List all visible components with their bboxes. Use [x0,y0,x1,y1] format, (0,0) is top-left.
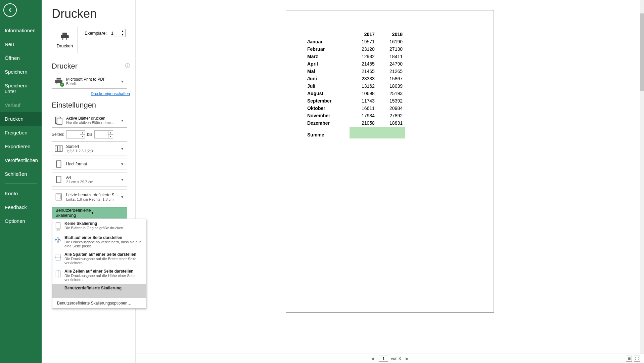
print-what-line1: Aktive Blätter drucken [66,116,120,121]
table-row: Januar1957116190 [305,38,405,45]
table-row: November1793427892 [305,112,405,119]
fit-page-icon [54,235,62,245]
table-row: Oktober1661120984 [305,105,405,112]
scaling-custom-options[interactable]: Benutzerdefinierte Skalierungsoptionen… [52,298,146,308]
back-button[interactable] [3,3,17,17]
spinner-arrows: ▲ ▼ [120,29,125,37]
svg-rect-3 [58,146,60,151]
pages-from-down[interactable]: ▼ [80,135,85,138]
main-pane: Drucken Drucken Exemplare: ▲ ▼ [42,0,644,363]
cell-2018: 15392 [377,97,405,105]
chevron-down-icon: ▼ [120,119,125,122]
show-margins-button[interactable]: ▦ [626,356,632,362]
pages-to-spinner[interactable]: ▲▼ [94,130,113,138]
cell-2018: 20984 [377,105,405,112]
sum-label: Summe [305,127,350,138]
scaling-option-desc: Die Druckausgabe auf die Höhe einer Seit… [64,274,142,282]
pages-from-spinner[interactable]: ▲▼ [66,130,85,138]
sidebar-item-feedback[interactable]: Feedback [0,200,42,214]
sidebar-item-drucken[interactable]: Drucken [0,112,42,126]
fit-height-icon [54,269,62,279]
scaling-option-fit-columns[interactable]: Alle Spalten auf einer Seite darstellenD… [52,250,146,267]
printer-heading-label: Drucker [52,62,78,70]
current-page-input[interactable] [379,356,388,362]
preview-page: 2017 2018 Januar1957116190Februar2312027… [286,10,494,313]
row-label: Juni [305,75,350,82]
sheets-icon [54,116,63,125]
scaling-option-custom[interactable]: Benutzerdefinierte Skalierung [52,284,146,298]
col-header-empty [305,31,350,38]
scaling-option-fit-sheet[interactable]: Blatt auf einer Seite darstellenDie Druc… [52,233,146,250]
prev-page-button[interactable]: ◀ [369,356,376,361]
pages-from-input[interactable] [66,131,80,138]
sidebar-item-optionen[interactable]: Optionen [0,214,42,228]
sidebar-item-oeffnen[interactable]: Öffnen [0,51,42,65]
sidebar-item-speichern[interactable]: Speichern [0,65,42,79]
zoom-to-page-button[interactable]: ⛶ [634,356,640,362]
sidebar-item-konto[interactable]: Konto [0,187,42,200]
paper-size-dropdown[interactable]: A4 21 cm x 29,7 cm ▼ [52,172,127,187]
sum-2018 [377,127,405,138]
printer-ready-icon [60,83,64,87]
copies-label: Exemplare: [85,31,107,36]
sidebar-item-exportieren[interactable]: Exportieren [0,139,42,153]
copies-spinner[interactable]: ▲ ▼ [109,29,126,37]
page-title: Drucken [52,7,130,21]
cell-2017: 17934 [350,112,377,119]
backstage-sidebar: Informationen Neu Öffnen Speichern Speic… [0,0,42,363]
printer-icon [60,32,70,41]
sidebar-item-speichern-unter[interactable]: Speichern unter [0,79,42,98]
pages-from-up[interactable]: ▲ [80,131,85,135]
copies-up[interactable]: ▲ [120,29,125,33]
row-label: Oktober [305,105,350,112]
margins-dropdown[interactable]: Letzte benutzerdefinierte Sei… Links: 1,… [52,190,127,204]
pages-to-down[interactable]: ▼ [108,135,113,138]
row-label: Juli [305,82,350,90]
pages-row: Seiten: ▲▼ bis ▲▼ [52,130,127,138]
paper-line1: A4 [66,175,120,180]
preview-nav: ◀ von 3 ▶ ▦ ⛶ [136,354,644,363]
cell-2018: 18411 [377,53,405,60]
collate-icon [54,144,63,153]
copies-input[interactable] [109,31,120,36]
copies-down[interactable]: ▼ [120,33,125,37]
col-header-2017: 2017 [350,31,377,38]
preview-scrollbar[interactable] [640,0,644,354]
collate-dropdown[interactable]: Sortiert 1;2;3 1;2;3 1;2;3 ▼ [52,141,127,156]
svg-rect-2 [55,146,57,151]
scaling-option-desc: Die Druckausgabe so verkleinern, dass si… [64,240,142,248]
table-row: Februar2312027130 [305,45,405,53]
cell-2018: 24790 [377,60,405,68]
pages-to-up[interactable]: ▲ [108,131,113,135]
sidebar-item-schliessen[interactable]: Schließen [0,167,42,181]
print-what-dropdown[interactable]: Aktive Blätter drucken Nur die aktiven B… [52,113,127,128]
printer-properties-link[interactable]: Druckereigenschaften [54,91,130,96]
next-page-button[interactable]: ▶ [404,356,411,361]
scaling-menu: 100 Keine SkalierungDie Blätter in Origi… [52,219,146,309]
cell-2017: 21455 [350,60,377,68]
fit-width-icon [54,252,62,262]
margins-line1: Letzte benutzerdefinierte Sei… [66,193,120,197]
sidebar-item-informationen[interactable]: Informationen [0,24,42,37]
sidebar-item-veroeffentlichen[interactable]: Veröffentlichen [0,153,42,167]
scaling-dropdown[interactable]: Benutzerdefinierte Skalierung ▼ 100 Kein… [52,207,127,218]
orientation-dropdown[interactable]: Hochformat ▼ [52,159,127,169]
print-row: Drucken Exemplare: ▲ ▼ [52,27,130,53]
printer-dropdown[interactable]: Microsoft Print to PDF Bereit ▼ [52,74,127,89]
pages-to-input[interactable] [95,131,108,138]
cell-2018: 18039 [377,82,405,90]
sidebar-divider [5,184,37,184]
portrait-icon [54,159,63,169]
scaling-option-fit-rows[interactable]: Alle Zeilen auf einer Seite darstellenDi… [52,267,146,284]
scrollbar-thumb[interactable] [640,13,644,91]
printer-heading: Drucker i [52,62,130,71]
sidebar-item-neu[interactable]: Neu [0,37,42,51]
info-icon[interactable]: i [125,63,130,68]
cell-2017: 10698 [350,90,377,97]
table-row: August1069825193 [305,90,405,97]
sidebar-item-freigeben[interactable]: Freigeben [0,126,42,139]
scaling-option-no-scaling[interactable]: 100 Keine SkalierungDie Blätter in Origi… [52,219,146,233]
print-button[interactable]: Drucken [52,27,78,53]
svg-text:100: 100 [56,229,60,231]
cell-2017: 13162 [350,82,377,90]
